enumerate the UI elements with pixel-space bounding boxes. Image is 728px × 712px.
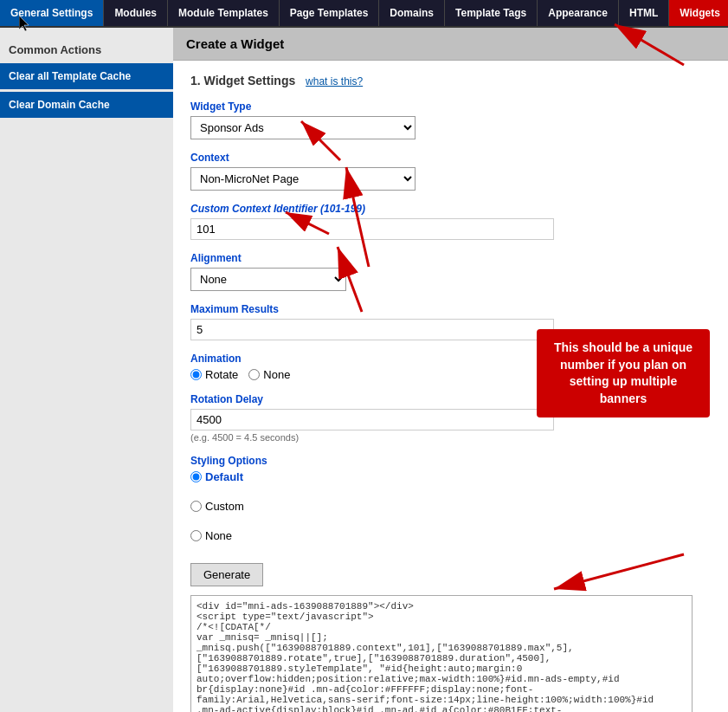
nav-html[interactable]: HTML — [619, 0, 669, 26]
styling-default-text: Default — [205, 470, 243, 483]
sidebar: Common Actions Clear all Template Cache … — [0, 28, 173, 712]
main-content: Create a Widget 1. Widget Settings what … — [173, 28, 728, 712]
styling-default-label[interactable]: Default — [190, 470, 711, 483]
styling-custom-text: Custom — [205, 500, 244, 513]
custom-context-group: Custom Context Identifier (101-199) — [190, 203, 711, 240]
rotation-delay-input[interactable] — [190, 409, 554, 430]
custom-context-input[interactable] — [190, 218, 554, 240]
custom-context-label: Custom Context Identifier (101-199) — [190, 203, 711, 215]
nav-domains[interactable]: Domains — [379, 0, 445, 26]
animation-none-text: None — [263, 368, 290, 381]
widget-type-select[interactable]: Sponsor Ads Banner Ads Text Widget HTML … — [190, 116, 416, 139]
nav-appearance[interactable]: Appearance — [538, 0, 619, 26]
main-header: Create a Widget — [173, 28, 728, 61]
widget-type-label: Widget Type — [190, 100, 711, 113]
nav-modules[interactable]: Modules — [104, 0, 168, 26]
rotation-delay-hint: (e.g. 4500 = 4.5 seconds) — [190, 432, 711, 443]
alignment-label: Alignment — [190, 252, 711, 264]
section-heading: 1. Widget Settings what is this? — [190, 74, 711, 87]
styling-none-text: None — [205, 529, 232, 542]
styling-radio-group: Default Custom None — [190, 470, 711, 542]
styling-default-radio[interactable] — [190, 471, 202, 482]
styling-custom-radio[interactable] — [190, 501, 202, 512]
styling-none-radio[interactable] — [190, 530, 202, 541]
styling-custom-label[interactable]: Custom — [190, 500, 711, 513]
alignment-select[interactable]: None Left Right Center — [190, 268, 346, 291]
sidebar-section-title: Common Actions — [0, 36, 173, 63]
context-group: Context Non-MicroNet Page MicroNet Page — [190, 152, 711, 191]
clear-template-cache-button[interactable]: Clear all Template Cache — [0, 63, 173, 89]
styling-group: Styling Options Default Custom None — [190, 455, 711, 542]
max-results-label: Maximum Results — [190, 303, 711, 315]
cursor-icon — [19, 16, 33, 29]
what-is-this-link[interactable]: what is this? — [306, 75, 363, 87]
animation-none-radio[interactable] — [248, 369, 260, 380]
nav-page-templates[interactable]: Page Templates — [280, 0, 379, 26]
code-output-textarea[interactable]: <div id="mni-ads-1639088701889"></div> <… — [190, 595, 693, 712]
clear-domain-cache-button[interactable]: Clear Domain Cache — [0, 92, 173, 118]
nav-widgets[interactable]: Widgets — [669, 0, 728, 26]
animation-rotate-radio[interactable] — [190, 369, 202, 380]
animation-rotate-label[interactable]: Rotate — [190, 368, 238, 381]
widget-type-group: Widget Type Sponsor Ads Banner Ads Text … — [190, 100, 711, 139]
animation-rotate-text: Rotate — [205, 368, 238, 381]
alignment-group: Alignment None Left Right Center — [190, 252, 711, 291]
max-results-input[interactable] — [190, 319, 554, 340]
animation-none-label[interactable]: None — [248, 368, 290, 381]
styling-label: Styling Options — [190, 455, 711, 467]
context-select[interactable]: Non-MicroNet Page MicroNet Page — [190, 167, 416, 191]
annotation-box: This should be a unique number if you pl… — [537, 329, 710, 417]
styling-none-label[interactable]: None — [190, 529, 711, 542]
nav-template-tags[interactable]: Template Tags — [445, 0, 538, 26]
generate-button[interactable]: Generate — [190, 563, 263, 586]
top-navigation: General Settings Modules Module Template… — [0, 0, 728, 28]
nav-module-templates[interactable]: Module Templates — [168, 0, 280, 26]
context-label: Context — [190, 152, 711, 164]
nav-general-settings[interactable]: General Settings — [0, 0, 104, 26]
